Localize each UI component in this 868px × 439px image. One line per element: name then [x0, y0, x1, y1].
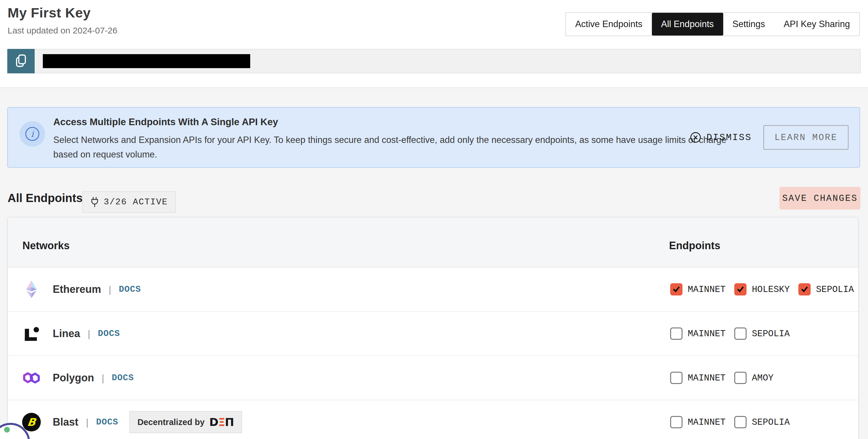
decentralized-by-din-badge: Decentralized byDΞΠ	[129, 411, 242, 433]
banner-body: Select Networks and Expansion APIs for y…	[53, 133, 735, 162]
check-icon	[736, 285, 745, 294]
tab-api-key-sharing[interactable]: API Key Sharing	[775, 13, 859, 35]
endpoints-table: Networks Endpoints Ethereum | DOCS MAINN…	[7, 217, 859, 439]
learn-more-button[interactable]: LEARN MORE	[764, 125, 848, 149]
api-key-field	[35, 49, 861, 73]
endpoint-label: MAINNET	[688, 284, 725, 295]
din-badge-text: Decentralized by	[137, 417, 205, 427]
endpoint-option-mainnet: MAINNET	[670, 328, 725, 340]
endpoints-cell: MAINNETSEPOLIA	[670, 416, 789, 428]
table-row: Ethereum | DOCS MAINNET HOLESKY SEPOLIA	[8, 268, 858, 312]
separator: |	[86, 416, 89, 428]
checked-checkbox-sepolia[interactable]	[798, 283, 811, 296]
endpoints-cell: MAINNETSEPOLIA	[670, 328, 789, 340]
endpoint-option-mainnet: MAINNET	[670, 416, 725, 428]
endpoint-label: MAINNET	[688, 417, 725, 427]
ethereum-logo-icon	[22, 280, 41, 299]
active-count-label: 3/26 ACTIVE	[104, 197, 168, 207]
api-key-value-redacted	[43, 54, 250, 68]
endpoints-cell: MAINNET HOLESKY SEPOLIA	[670, 283, 854, 296]
network-name: Ethereum	[53, 283, 101, 296]
endpoint-label: AMOY	[752, 373, 773, 383]
endpoints-column-header: Endpoints	[669, 240, 720, 252]
endpoint-label: SEPOLIA	[816, 284, 854, 295]
ethereum-logo-icon	[26, 280, 37, 298]
check-icon	[672, 285, 681, 294]
docs-link[interactable]: DOCS	[96, 417, 118, 427]
endpoints-cell: MAINNETAMOY	[670, 372, 774, 384]
copy-icon	[15, 54, 27, 68]
separator: |	[108, 284, 111, 295]
dismiss-button[interactable]: DISMISS	[690, 132, 752, 143]
unchecked-checkbox-mainnet[interactable]	[670, 416, 682, 428]
last-updated-text: Last updated on 2024-07-26	[7, 26, 117, 35]
learn-more-label: LEARN MORE	[775, 132, 837, 143]
tab-active-endpoints[interactable]: Active Endpoints	[566, 13, 652, 35]
endpoint-label: MAINNET	[688, 329, 725, 339]
all-endpoints-heading: All Endpoints	[7, 192, 83, 205]
endpoint-option-sepolia: SEPOLIA	[798, 283, 854, 296]
dismiss-label: DISMISS	[707, 132, 752, 143]
endpoint-tabs: Active EndpointsAll EndpointsSettingsAPI…	[565, 12, 860, 36]
network-name: Polygon	[53, 372, 94, 384]
info-icon: i	[20, 121, 45, 147]
linea-logo-icon	[23, 325, 40, 342]
page-title: My First Key	[7, 5, 91, 21]
chat-widget-button[interactable]	[0, 408, 45, 439]
polygon-logo-icon	[23, 371, 40, 385]
table-row: Polygon | DOCS MAINNETAMOY	[8, 356, 858, 400]
table-header: Networks Endpoints	[8, 217, 858, 268]
endpoint-label: SEPOLIA	[752, 329, 789, 339]
docs-link[interactable]: DOCS	[119, 284, 141, 294]
checked-checkbox-mainnet[interactable]	[670, 283, 682, 296]
linea-logo-icon	[22, 324, 41, 343]
separator: |	[88, 328, 90, 339]
networks-column-header: Networks	[23, 240, 70, 252]
tab-settings[interactable]: Settings	[723, 13, 775, 35]
online-status-dot	[4, 427, 10, 433]
endpoint-option-holesky: HOLESKY	[734, 283, 789, 296]
info-banner: i Access Multiple Endpoints With A Singl…	[7, 107, 860, 168]
check-icon	[800, 285, 809, 294]
copy-api-key-button[interactable]	[7, 49, 35, 73]
network-name: Linea	[53, 328, 80, 340]
endpoint-option-mainnet: MAINNET	[670, 283, 725, 296]
unchecked-checkbox-mainnet[interactable]	[670, 372, 682, 384]
dismiss-icon	[690, 132, 702, 143]
endpoint-label: HOLESKY	[752, 284, 789, 295]
network-name: Blast	[53, 416, 79, 428]
endpoint-label: MAINNET	[688, 373, 725, 383]
endpoint-option-mainnet: MAINNET	[670, 372, 725, 384]
endpoint-option-sepolia: SEPOLIA	[734, 328, 789, 340]
unchecked-checkbox-sepolia[interactable]	[734, 416, 747, 428]
endpoint-option-amoy: AMOY	[734, 372, 773, 384]
separator: |	[102, 372, 104, 384]
unchecked-checkbox-amoy[interactable]	[734, 372, 747, 384]
checked-checkbox-holesky[interactable]	[734, 283, 747, 296]
docs-link[interactable]: DOCS	[98, 329, 120, 339]
tab-all-endpoints[interactable]: All Endpoints	[652, 13, 723, 35]
api-key-bar	[7, 49, 861, 73]
active-count-badge: 3/26 ACTIVE	[82, 191, 176, 213]
endpoint-label: SEPOLIA	[752, 417, 789, 427]
din-logo-icon: DΞΠ	[209, 416, 234, 429]
table-row: B Blast | DOCS Decentralized byDΞΠMAINNE…	[8, 400, 858, 439]
save-changes-button[interactable]: SAVE CHANGES	[779, 187, 861, 210]
unchecked-checkbox-sepolia[interactable]	[734, 328, 747, 340]
table-row: Linea | DOCS MAINNETSEPOLIA	[8, 312, 858, 356]
banner-title: Access Multiple Endpoints With A Single …	[53, 116, 278, 128]
plug-icon	[90, 197, 99, 207]
polygon-logo-icon	[22, 368, 41, 387]
endpoint-option-sepolia: SEPOLIA	[734, 416, 789, 428]
docs-link[interactable]: DOCS	[112, 373, 134, 383]
unchecked-checkbox-mainnet[interactable]	[670, 328, 682, 340]
